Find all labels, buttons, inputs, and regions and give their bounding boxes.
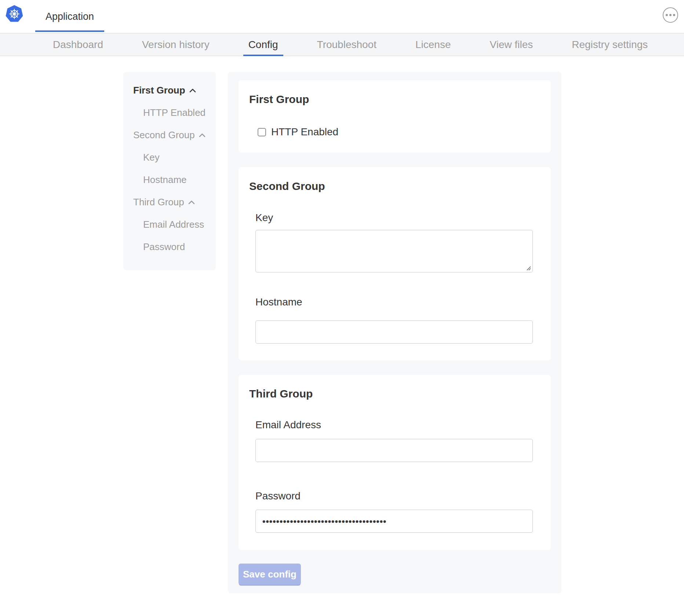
tab-view-files[interactable]: View files bbox=[484, 33, 538, 56]
sidebar-item-third-group[interactable]: Third Group bbox=[123, 191, 216, 213]
kubernetes-logo-icon bbox=[5, 5, 23, 23]
sidebar-item-second-group[interactable]: Second Group bbox=[123, 124, 216, 146]
save-config-button[interactable]: Save config bbox=[239, 564, 301, 585]
chevron-up-icon bbox=[199, 133, 206, 138]
overflow-menu-button[interactable] bbox=[663, 7, 678, 23]
http-enabled-field: HTTP Enabled bbox=[258, 126, 338, 138]
tab-config[interactable]: Config bbox=[243, 33, 283, 56]
hostname-label: Hostname bbox=[255, 296, 302, 308]
app-header: Application bbox=[0, 0, 684, 33]
group-title: Third Group bbox=[249, 388, 313, 400]
tab-license[interactable]: License bbox=[410, 33, 456, 56]
group-title: First Group bbox=[249, 93, 309, 106]
config-form-panel: First Group HTTP Enabled Second Group Ke… bbox=[228, 72, 561, 593]
key-label: Key bbox=[255, 212, 273, 224]
config-card-third-group: Third Group Email Address Password bbox=[239, 375, 551, 550]
active-tab-underline bbox=[35, 30, 104, 32]
chevron-up-icon bbox=[189, 88, 196, 93]
tab-troubleshoot[interactable]: Troubleshoot bbox=[312, 33, 382, 56]
http-enabled-label: HTTP Enabled bbox=[271, 126, 338, 138]
sidebar-item-email-address[interactable]: Email Address bbox=[123, 213, 216, 236]
email-address-input[interactable] bbox=[255, 439, 533, 462]
sidebar-item-key[interactable]: Key bbox=[123, 146, 216, 169]
config-groups-sidebar: First Group HTTP Enabled Second Group Ke… bbox=[123, 72, 216, 270]
application-tab-label: Application bbox=[46, 11, 94, 22]
hostname-input[interactable] bbox=[255, 320, 533, 344]
password-label: Password bbox=[255, 490, 301, 502]
key-textarea[interactable] bbox=[255, 230, 533, 272]
http-enabled-checkbox[interactable] bbox=[258, 128, 266, 136]
tab-version-history[interactable]: Version history bbox=[137, 33, 215, 56]
sidebar-item-http-enabled[interactable]: HTTP Enabled bbox=[123, 102, 216, 124]
ellipsis-icon bbox=[666, 14, 668, 16]
config-card-second-group: Second Group Key Hostname bbox=[239, 167, 551, 360]
config-card-first-group: First Group HTTP Enabled bbox=[239, 80, 551, 153]
sidebar-item-hostname[interactable]: Hostname bbox=[123, 169, 216, 191]
tab-dashboard[interactable]: Dashboard bbox=[48, 33, 108, 56]
application-tab[interactable]: Application bbox=[35, 0, 104, 33]
sidebar-item-password[interactable]: Password bbox=[123, 236, 216, 258]
tab-registry-settings[interactable]: Registry settings bbox=[567, 33, 653, 56]
email-address-label: Email Address bbox=[255, 419, 321, 431]
sidebar-item-first-group[interactable]: First Group bbox=[123, 79, 216, 102]
app-nav-tabs: Dashboard Version history Config Trouble… bbox=[0, 33, 684, 56]
config-page: Application Dashboard Version history Co… bbox=[0, 0, 684, 616]
key-field-wrap bbox=[255, 230, 533, 272]
group-title: Second Group bbox=[249, 180, 325, 192]
chevron-up-icon bbox=[188, 200, 195, 205]
password-input[interactable] bbox=[255, 510, 533, 533]
